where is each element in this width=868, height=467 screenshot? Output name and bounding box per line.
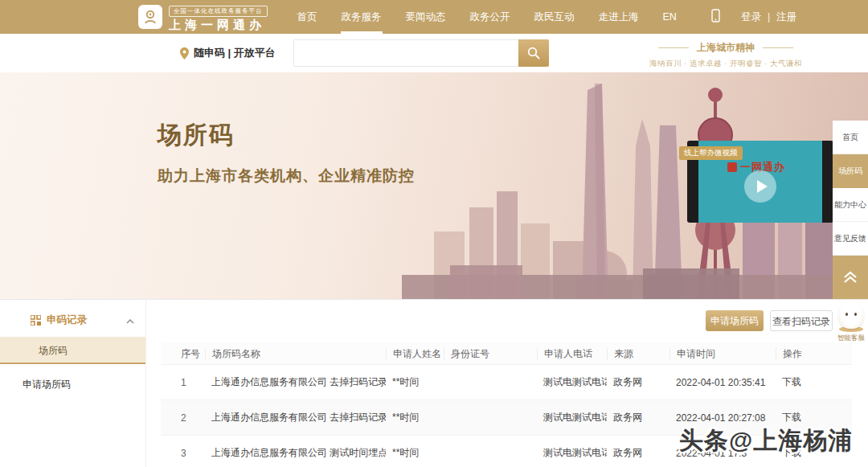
search-button[interactable] bbox=[518, 39, 549, 67]
cell-seq: 2 bbox=[161, 412, 205, 424]
register-link[interactable]: 注册 bbox=[776, 10, 796, 24]
brand-title: 上海一网通办 bbox=[169, 18, 268, 33]
table-row: 3 上海通办信息服务有限公司 测试时间埋点 老码 **时间 测试电测试电话 政务… bbox=[161, 436, 852, 467]
side-menu-feedback[interactable]: 意见反馈 bbox=[833, 222, 868, 256]
floating-side-menu: 首页 场所码 能力中心 意见反馈 bbox=[833, 121, 868, 299]
download-link[interactable]: 下载 bbox=[776, 446, 852, 460]
nav-item-disclosure[interactable]: 政务公开 bbox=[458, 0, 522, 34]
cell-phone: 测试电测试电话 bbox=[537, 411, 607, 424]
col-applicant: 申请人姓名 bbox=[386, 347, 444, 360]
play-button[interactable] bbox=[744, 170, 776, 203]
collapse-caret-icon[interactable] bbox=[126, 313, 134, 327]
promo-video-player[interactable]: 线上帮办微视频 一网通办 bbox=[687, 141, 833, 223]
city-spirit-block: 上海城市精神 海纳百川 · 追求卓越 · 开明睿智 · 大气谦和 bbox=[625, 41, 826, 69]
download-link[interactable]: 下载 bbox=[776, 375, 852, 389]
table-body: 1 上海通办信息服务有限公司 去掉扫码记录老码 **时间 测试电测试电话 政务网… bbox=[161, 365, 852, 467]
nav-right-group: 登录 | 注册 bbox=[703, 9, 796, 26]
location-pin-icon bbox=[180, 47, 189, 59]
main-nav: 首页 政务服务 要闻动态 政务公开 政民互动 走进上海 EN bbox=[285, 0, 689, 34]
mascot-icon bbox=[838, 301, 864, 329]
cell-name: 上海通办信息服务有限公司 去掉扫码记录老码 bbox=[205, 375, 386, 389]
cell-time: 2022-04-01 17:3 bbox=[669, 448, 776, 459]
cell-seq: 3 bbox=[161, 448, 205, 459]
qr-grid-icon bbox=[31, 315, 41, 326]
top-nav-bar: 全国一体化在线政务服务平台 上海一网通办 首页 政务服务 要闻动态 政务公开 政… bbox=[0, 0, 868, 34]
hero-banner: 场所码 助力上海市各类机构、企业精准防控 线上帮办微视频 一网通办 bbox=[0, 72, 868, 299]
play-icon bbox=[757, 180, 768, 193]
cell-applicant: **时间 bbox=[386, 446, 444, 460]
cell-applicant: **时间 bbox=[386, 411, 444, 424]
nav-item-news[interactable]: 要闻动态 bbox=[394, 0, 458, 34]
nav-item-services[interactable]: 政务服务 bbox=[330, 0, 394, 34]
table-row: 1 上海通办信息服务有限公司 去掉扫码记录老码 **时间 测试电测试电话 政务网… bbox=[161, 365, 852, 400]
cell-source: 政务网 bbox=[607, 446, 669, 460]
shortcut-label: 随申码 | 开放平台 bbox=[194, 46, 276, 60]
cell-name: 上海通办信息服务有限公司 测试时间埋点 老码 bbox=[205, 446, 386, 460]
mobile-phone-icon[interactable] bbox=[711, 9, 720, 26]
cell-name: 上海通办信息服务有限公司 去掉扫码记录新码 bbox=[205, 411, 386, 424]
cell-phone: 测试电测试电话 bbox=[537, 446, 607, 460]
side-menu-venue-code[interactable]: 场所码 bbox=[833, 154, 868, 188]
side-menu-home[interactable]: 首页 bbox=[833, 121, 868, 154]
col-name: 场所码名称 bbox=[205, 347, 386, 360]
auth-divider: | bbox=[768, 11, 770, 23]
login-link[interactable]: 登录 bbox=[741, 10, 761, 24]
view-scan-records-button[interactable]: 查看扫码记录 bbox=[770, 310, 833, 331]
cell-applicant: **时间 bbox=[386, 375, 444, 389]
search-icon bbox=[527, 47, 540, 59]
records-sidebar: 申码记录 场所码 申请场所码 bbox=[0, 300, 146, 467]
nav-item-about-shanghai[interactable]: 走进上海 bbox=[587, 0, 651, 34]
nav-item-home[interactable]: 首页 bbox=[285, 0, 330, 34]
nav-item-interaction[interactable]: 政民互动 bbox=[522, 0, 587, 34]
main-content: 申码记录 场所码 申请场所码 申请场所码 查看扫码记录 智能客服 序号 场所码名… bbox=[0, 299, 868, 467]
sub-header: 随申码 | 开放平台 上海城市精神 海纳百川 · 追求卓越 · 开明睿智 · 大… bbox=[0, 34, 868, 72]
table-header-row: 序号 场所码名称 申请人姓名 身份证号 申请人电话 来源 申请时间 操作 bbox=[161, 342, 852, 365]
venue-code-table: 序号 场所码名称 申请人姓名 身份证号 申请人电话 来源 申请时间 操作 1 上… bbox=[161, 342, 852, 467]
download-link[interactable]: 下载 bbox=[776, 411, 852, 424]
col-id-number: 身份证号 bbox=[444, 347, 537, 360]
suishenban-logo-icon bbox=[138, 5, 162, 29]
col-action: 操作 bbox=[776, 347, 852, 360]
platform-label: 全国一体化在线政务服务平台 bbox=[169, 6, 268, 17]
table-row: 2 上海通办信息服务有限公司 去掉扫码记录新码 **时间 测试电测试电话 政务网… bbox=[161, 400, 852, 436]
cell-time: 2022-04-01 20:35:41 bbox=[669, 377, 776, 388]
hero-subtitle: 助力上海市各类机构、企业精准防控 bbox=[158, 166, 415, 186]
cell-seq: 1 bbox=[161, 377, 205, 388]
site-logo[interactable]: 全国一体化在线政务服务平台 上海一网通办 bbox=[138, 2, 268, 33]
apply-venue-code-button[interactable]: 申请场所码 bbox=[706, 310, 764, 331]
col-source: 来源 bbox=[607, 347, 669, 360]
cell-source: 政务网 bbox=[607, 375, 669, 389]
side-menu-capability-center[interactable]: 能力中心 bbox=[833, 188, 868, 222]
hero-title: 场所码 bbox=[158, 119, 235, 152]
video-brand-logo-icon bbox=[727, 162, 737, 172]
sidebar-title: 申码记录 bbox=[47, 313, 87, 327]
video-badge: 线上帮办微视频 bbox=[679, 146, 743, 160]
sidebar-header: 申码记录 bbox=[0, 300, 145, 337]
sidebar-item-venue-code[interactable]: 场所码 bbox=[0, 337, 145, 364]
back-to-top-button[interactable] bbox=[833, 256, 868, 299]
search-input[interactable] bbox=[294, 40, 518, 66]
col-phone: 申请人电话 bbox=[537, 347, 607, 360]
cell-time: 2022-04-01 20:27:08 bbox=[669, 412, 776, 424]
shortcut-links[interactable]: 随申码 | 开放平台 bbox=[180, 34, 276, 72]
city-spirit-title: 上海城市精神 bbox=[625, 41, 826, 55]
nav-item-english[interactable]: EN bbox=[651, 0, 689, 34]
double-chevron-up-icon bbox=[842, 270, 858, 285]
cell-source: 政务网 bbox=[607, 411, 669, 424]
col-seq: 序号 bbox=[161, 347, 205, 360]
cell-phone: 测试电测试电话 bbox=[537, 375, 607, 389]
smart-assistant-widget[interactable]: 智能客服 bbox=[834, 301, 868, 343]
search-box bbox=[293, 39, 549, 67]
col-apply-time: 申请时间 bbox=[669, 347, 776, 360]
city-spirit-motto: 海纳百川 · 追求卓越 · 开明睿智 · 大气谦和 bbox=[625, 59, 826, 69]
sidebar-item-apply-venue-code[interactable]: 申请场所码 bbox=[0, 371, 145, 398]
